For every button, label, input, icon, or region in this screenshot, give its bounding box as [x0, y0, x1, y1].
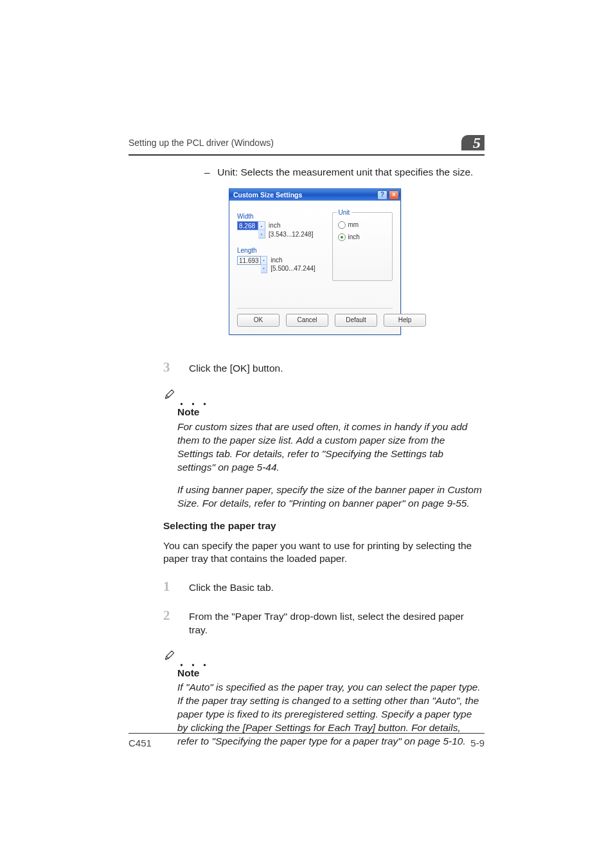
note-dots: . . .: [180, 397, 209, 404]
unit-bullet: – Unit: Selects the measurement unit tha…: [204, 166, 483, 179]
chevron-up-icon: ▲: [258, 222, 265, 230]
unit-radio-inch[interactable]: inch: [338, 233, 387, 242]
step-number: 3: [163, 358, 175, 376]
note-pen-icon: [163, 388, 176, 404]
length-label: Length: [237, 246, 318, 255]
ok-button[interactable]: OK: [237, 314, 280, 327]
footer-left: C451: [129, 737, 152, 748]
step-1: 1 Click the Basic tab.: [163, 577, 483, 595]
length-spinner[interactable]: ▲ ▼: [261, 256, 268, 273]
unit-fieldset: Unit mm inch: [332, 212, 393, 281]
chevron-down-icon: ▼: [258, 230, 265, 238]
footer-rule: [129, 733, 484, 734]
dialog-titlebar: Custom Size Settings ? ×: [229, 189, 400, 201]
custom-size-dialog-screenshot: Custom Size Settings ? × Width 8.268: [229, 188, 401, 335]
page-header-title: Setting up the PCL driver (Windows): [129, 138, 274, 148]
titlebar-close-icon[interactable]: ×: [389, 190, 399, 200]
note1-paragraph-2: If using banner paper, specify the size …: [177, 484, 483, 511]
step-2: 2 From the "Paper Tray" drop-down list, …: [163, 606, 483, 637]
unit-legend: Unit: [337, 208, 352, 217]
step-3: 3 Click the [OK] button.: [163, 358, 483, 376]
step-text: Click the [OK] button.: [189, 362, 483, 375]
chevron-down-icon: ▼: [261, 265, 267, 273]
note-dots: . . .: [180, 658, 209, 665]
section-heading: Selecting the paper tray: [163, 520, 483, 533]
note-heading: Note: [177, 406, 483, 419]
step-text: Click the Basic tab.: [189, 581, 483, 595]
default-button[interactable]: Default: [335, 314, 377, 327]
header-rule: [129, 154, 484, 156]
help-glyph: ?: [380, 192, 384, 198]
length-range: inch [5.500...47.244]: [271, 256, 317, 273]
radio-icon: [338, 233, 346, 241]
length-input[interactable]: 11.693: [237, 256, 261, 265]
chapter-number: 5: [473, 134, 481, 152]
note1-paragraph-1: For custom sizes that are used often, it…: [177, 420, 483, 475]
step-number: 2: [163, 606, 175, 624]
titlebar-help-icon[interactable]: ?: [377, 190, 387, 200]
unit-inch-label: inch: [348, 233, 360, 242]
section-intro: You can specify the paper you want to us…: [163, 539, 483, 566]
width-label: Width: [237, 212, 318, 221]
note-block-1: . . . Note For custom sizes that are use…: [163, 388, 483, 510]
cancel-button[interactable]: Cancel: [286, 314, 328, 327]
dialog-divider: [237, 308, 393, 309]
step-number: 1: [163, 577, 175, 595]
help-button[interactable]: Help: [384, 314, 426, 327]
width-input[interactable]: 8.268: [237, 221, 258, 230]
radio-icon: [338, 221, 346, 229]
footer-right: 5-9: [470, 737, 484, 748]
close-glyph: ×: [392, 192, 396, 198]
width-range: inch [3.543...12.248]: [269, 221, 317, 239]
chevron-up-icon: ▲: [261, 257, 267, 265]
dialog-title: Custom Size Settings: [233, 190, 302, 199]
unit-radio-mm[interactable]: mm: [338, 221, 387, 230]
unit-bullet-text: Unit: Selects the measurement unit that …: [217, 167, 473, 177]
unit-mm-label: mm: [348, 221, 359, 230]
width-spinner[interactable]: ▲ ▼: [258, 221, 265, 239]
note-heading: Note: [177, 667, 483, 680]
step-text: From the "Paper Tray" drop-down list, se…: [189, 610, 483, 637]
bullet-dash: –: [204, 166, 215, 179]
note-pen-icon: [163, 649, 176, 665]
chapter-number-badge: 5: [461, 135, 484, 150]
